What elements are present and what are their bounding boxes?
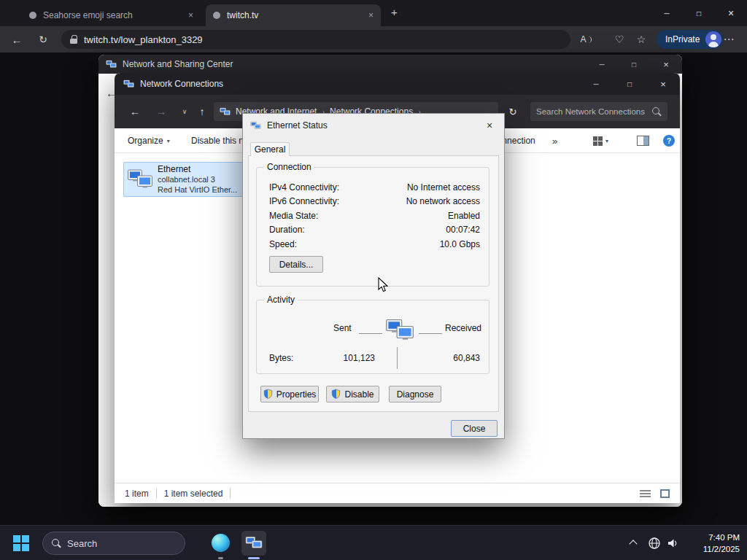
ipv4-label: IPv4 Connectivity:	[269, 182, 339, 193]
nsc-window-icon	[106, 60, 117, 69]
explorer-back-button[interactable]: ←	[125, 95, 145, 128]
activity-group-label: Activity	[264, 295, 298, 306]
browser-back-button[interactable]: ←	[7, 26, 26, 52]
url-input[interactable]	[84, 34, 562, 45]
thumbnail-view-icon[interactable]	[660, 489, 670, 498]
connection-group: Connection IPv4 Connectivity:No Internet…	[256, 167, 489, 287]
nsc-window-title: Network and Sharing Center	[123, 59, 233, 69]
connection-group-label: Connection	[264, 162, 314, 173]
tab-title: twitch.tv	[227, 10, 363, 20]
explorer-running-indicator	[248, 557, 260, 559]
tab-title: Seahorse emoji search	[43, 10, 182, 20]
new-tab-button[interactable]: +	[391, 6, 398, 18]
explorer-search-input[interactable]	[536, 107, 648, 116]
preview-pane-icon[interactable]	[637, 136, 649, 146]
network-globe-icon[interactable]	[648, 537, 661, 550]
browser-menu-icon[interactable]: ⋯	[719, 26, 738, 52]
edge-taskbar-icon[interactable]	[212, 534, 230, 552]
site-lock-icon[interactable]	[70, 35, 77, 44]
search-icon[interactable]	[652, 107, 662, 117]
caret-down-icon: ▾	[167, 138, 170, 144]
explorer-title-bar[interactable]: Network Connections ─ □ ×	[115, 73, 680, 95]
nsc-maximize-button[interactable]: □	[618, 55, 650, 74]
change-view-button[interactable]: ▾	[593, 128, 608, 153]
browser-window-controls: ─ □ ×	[651, 0, 747, 26]
properties-button[interactable]: Properties	[260, 386, 319, 402]
explorer-close-button[interactable]: ×	[646, 73, 680, 95]
sent-bytes: 101,123	[315, 353, 375, 363]
speed-value: 10.0 Gbps	[440, 239, 480, 250]
tab-seahorse[interactable]: Seahorse emoji search ×	[22, 4, 201, 26]
inprivate-label: InPrivate	[665, 34, 700, 44]
read-aloud-icon[interactable]: A	[576, 26, 595, 52]
taskbar-search[interactable]	[42, 532, 185, 555]
nsc-window-controls: ─ □ ×	[586, 55, 682, 74]
uac-shield-icon	[331, 389, 341, 400]
grid-view-icon	[593, 136, 603, 146]
screen: Seahorse emoji search × twitch.tv × + ─ …	[0, 0, 747, 560]
browser-minimize-button[interactable]: ─	[651, 0, 683, 26]
nsc-minimize-button[interactable]: ─	[586, 55, 618, 74]
explorer-search-box[interactable]	[530, 102, 667, 121]
inprivate-badge[interactable]: InPrivate	[657, 30, 723, 49]
activity-computers-icon	[385, 318, 414, 343]
details-view-icon[interactable]	[640, 490, 651, 498]
dialog-close-icon[interactable]: ×	[478, 114, 501, 137]
command-overflow-icon[interactable]: »	[552, 128, 557, 153]
bytes-label: Bytes:	[269, 353, 293, 363]
browser-maximize-button[interactable]: □	[683, 0, 715, 26]
disable-button[interactable]: Disable	[326, 386, 379, 402]
start-button[interactable]	[13, 535, 29, 551]
favorites-star-icon[interactable]: ☆	[632, 26, 651, 52]
ethernet-status-dialog: Ethernet Status × General Connection IPv…	[242, 113, 505, 439]
address-bar[interactable]	[61, 30, 570, 49]
network-folder-icon	[245, 536, 263, 551]
tab-close-icon[interactable]: ×	[368, 10, 374, 20]
diagnose-button[interactable]: Diagnose	[389, 386, 441, 402]
mouse-cursor	[378, 277, 391, 295]
tab-general[interactable]: General	[250, 142, 290, 156]
taskbar-search-input[interactable]	[67, 538, 176, 549]
explorer-window-title: Network Connections	[140, 79, 223, 89]
browser-close-button[interactable]: ×	[715, 0, 747, 26]
tab-favicon-icon	[29, 12, 36, 19]
taskbar-clock[interactable]: 7:40 PM 11/2/2025	[703, 532, 740, 555]
explorer-up-button[interactable]: ↑	[192, 95, 212, 128]
received-label: Received	[445, 323, 481, 333]
activity-line	[359, 333, 382, 334]
duration-label: Duration:	[269, 225, 305, 236]
explorer-refresh-button[interactable]: ↻	[503, 95, 523, 128]
ipv4-value: No Internet access	[407, 182, 480, 193]
help-icon[interactable]: ?	[663, 135, 675, 147]
explorer-forward-button[interactable]: →	[151, 95, 171, 128]
search-icon	[52, 539, 61, 548]
taskbar: 7:40 PM 11/2/2025	[0, 525, 747, 560]
explorer-minimize-button[interactable]: ─	[579, 73, 613, 95]
explorer-window-controls: ─ □ ×	[579, 73, 680, 95]
nsc-close-button[interactable]: ×	[650, 55, 682, 74]
clock-date: 11/2/2025	[703, 543, 740, 555]
ethernet-connection-item[interactable]: Ethernet collabnet.local 3 Red Hat VirtI…	[123, 162, 249, 197]
browser-refresh-button[interactable]: ↻	[34, 26, 53, 52]
status-divider	[156, 489, 157, 499]
volume-icon[interactable]	[666, 537, 679, 550]
media-state-value: Enabled	[448, 211, 480, 222]
explorer-window-icon	[123, 79, 134, 89]
ethernet-item-icon	[127, 168, 153, 190]
dialog-title-bar[interactable]: Ethernet Status ×	[243, 114, 504, 137]
uac-shield-icon	[263, 389, 273, 400]
network-connections-taskbar-icon[interactable]	[241, 531, 266, 556]
speed-label: Speed:	[269, 239, 297, 250]
details-button[interactable]: Details...	[269, 256, 323, 273]
close-button[interactable]: Close	[451, 420, 498, 437]
heart-icon[interactable]: ♡	[610, 26, 629, 52]
explorer-maximize-button[interactable]: □	[613, 73, 646, 95]
tab-close-icon[interactable]: ×	[188, 10, 193, 20]
organize-menu[interactable]: Organize▾	[128, 128, 170, 153]
connection-name: Ethernet	[158, 164, 237, 174]
nsc-title-bar[interactable]: Network and Sharing Center ─ □ ×	[98, 55, 682, 74]
tray-chevron-icon[interactable]	[629, 540, 637, 548]
activity-group: Activity Sent Received Bytes: 101,123 60…	[256, 300, 489, 374]
tab-twitch[interactable]: twitch.tv ×	[206, 4, 381, 26]
activity-line	[419, 333, 442, 334]
